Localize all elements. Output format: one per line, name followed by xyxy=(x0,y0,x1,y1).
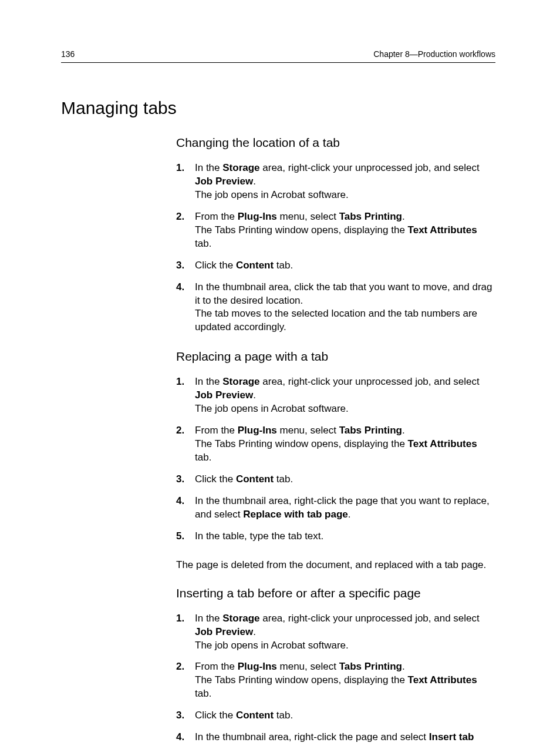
step-result: The Tabs Printing window opens, displayi… xyxy=(195,224,495,251)
document-page: 136 Chapter 8—Production workflows Manag… xyxy=(0,0,560,746)
step-result: The job opens in Acrobat software. xyxy=(195,402,495,416)
section-heading: Inserting a tab before or after a specif… xyxy=(176,586,495,600)
content-column: Changing the location of a tab1.In the S… xyxy=(176,136,495,746)
bold-term: Job Preview xyxy=(195,389,253,401)
step-body: In the table, type the tab text. xyxy=(195,530,495,543)
bold-term: Storage xyxy=(222,162,259,173)
step-result: The Tabs Printing window opens, displayi… xyxy=(195,674,495,701)
page-header: 136 Chapter 8—Production workflows xyxy=(61,49,495,63)
step-number: 3. xyxy=(176,259,195,273)
page-title: Managing tabs xyxy=(61,98,495,118)
step-body: Click the Content tab. xyxy=(195,259,495,273)
step-item: 4.In the thumbnail area, click the tab t… xyxy=(176,281,495,335)
bold-term: Storage xyxy=(222,613,259,624)
page-number: 136 xyxy=(61,49,75,59)
bold-term: Job Preview xyxy=(195,626,253,637)
step-body: In the Storage area, right-click your un… xyxy=(195,375,495,416)
bold-term: Job Preview xyxy=(195,176,253,187)
step-result: The Tabs Printing window opens, displayi… xyxy=(195,438,495,465)
bold-term: Text Attributes xyxy=(408,674,477,685)
step-number: 3. xyxy=(176,709,195,723)
step-body: From the Plug-Ins menu, select Tabs Prin… xyxy=(195,660,495,701)
step-item: 4.In the thumbnail area, right-click the… xyxy=(176,731,495,746)
bold-term: Content xyxy=(236,260,274,271)
bold-term: Tabs Printing xyxy=(339,661,402,672)
step-list: 1.In the Storage area, right-click your … xyxy=(176,162,495,334)
step-body: Click the Content tab. xyxy=(195,709,495,723)
step-item: 4.In the thumbnail area, right-click the… xyxy=(176,495,495,522)
step-number: 4. xyxy=(176,281,195,335)
bold-term: Plug-Ins xyxy=(238,661,277,672)
step-item: 3.Click the Content tab. xyxy=(176,259,495,273)
step-list: 1.In the Storage area, right-click your … xyxy=(176,375,495,543)
step-item: 1.In the Storage area, right-click your … xyxy=(176,375,495,416)
bold-term: Content xyxy=(236,473,274,485)
step-result: The tab moves to the selected location a… xyxy=(195,307,495,334)
bold-term: Plug-Ins xyxy=(238,425,277,436)
step-number: 4. xyxy=(176,731,195,746)
step-body: In the Storage area, right-click your un… xyxy=(195,612,495,653)
step-body: In the thumbnail area, right-click the p… xyxy=(195,731,495,746)
step-item: 2.From the Plug-Ins menu, select Tabs Pr… xyxy=(176,660,495,701)
step-result: The job opens in Acrobat software. xyxy=(195,639,495,653)
step-body: In the thumbnail area, right-click the p… xyxy=(195,495,495,522)
bold-term: Tabs Printing xyxy=(339,425,402,436)
step-item: 5.In the table, type the tab text. xyxy=(176,530,495,543)
bold-term: Text Attributes xyxy=(408,224,477,236)
bold-term: Insert tab before page xyxy=(195,731,474,746)
step-result: The job opens in Acrobat software. xyxy=(195,189,495,202)
step-item: 1.In the Storage area, right-click your … xyxy=(176,162,495,202)
step-body: From the Plug-Ins menu, select Tabs Prin… xyxy=(195,210,495,251)
step-body: Click the Content tab. xyxy=(195,473,495,486)
step-item: 3.Click the Content tab. xyxy=(176,473,495,486)
step-number: 4. xyxy=(176,495,195,522)
chapter-label: Chapter 8—Production workflows xyxy=(373,49,495,59)
step-item: 2.From the Plug-Ins menu, select Tabs Pr… xyxy=(176,210,495,251)
step-body: From the Plug-Ins menu, select Tabs Prin… xyxy=(195,424,495,465)
step-number: 1. xyxy=(176,375,195,416)
bold-term: Storage xyxy=(222,376,259,387)
bold-term: Tabs Printing xyxy=(339,211,402,222)
section-trailing-paragraph: The page is deleted from the document, a… xyxy=(176,559,495,572)
step-number: 1. xyxy=(176,162,195,202)
step-item: 1.In the Storage area, right-click your … xyxy=(176,612,495,653)
bold-term: Content xyxy=(236,710,274,721)
step-number: 2. xyxy=(176,424,195,465)
step-number: 3. xyxy=(176,473,195,486)
step-number: 1. xyxy=(176,612,195,653)
step-body: In the Storage area, right-click your un… xyxy=(195,162,495,202)
step-number: 2. xyxy=(176,660,195,701)
step-item: 3.Click the Content tab. xyxy=(176,709,495,723)
section-heading: Changing the location of a tab xyxy=(176,136,495,150)
step-item: 2.From the Plug-Ins menu, select Tabs Pr… xyxy=(176,424,495,465)
step-number: 2. xyxy=(176,210,195,251)
step-body: In the thumbnail area, click the tab tha… xyxy=(195,281,495,335)
step-number: 5. xyxy=(176,530,195,543)
step-list: 1.In the Storage area, right-click your … xyxy=(176,612,495,746)
bold-term: Text Attributes xyxy=(408,438,477,449)
section-heading: Replacing a page with a tab xyxy=(176,350,495,364)
bold-term: Plug-Ins xyxy=(238,211,277,222)
bold-term: Replace with tab page xyxy=(243,509,348,520)
